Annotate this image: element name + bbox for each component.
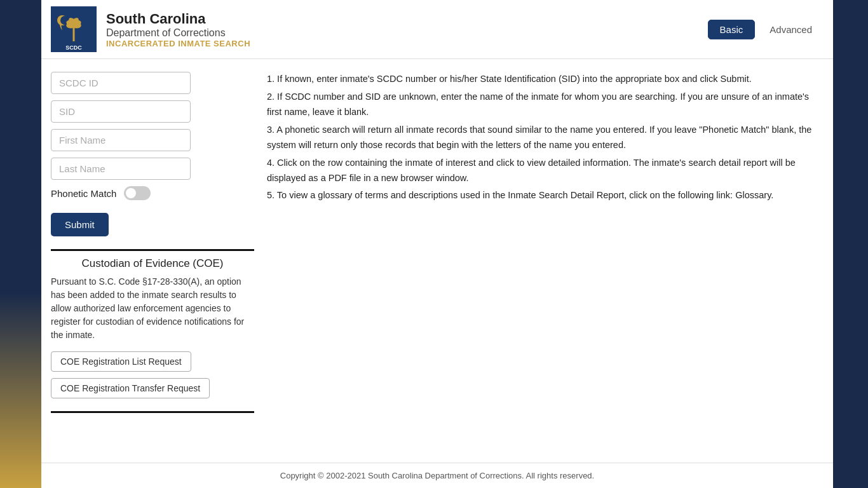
phonetic-row: Phonetic Match <box>51 186 254 200</box>
svg-point-8 <box>68 19 79 24</box>
header-text: South Carolina Department of Corrections… <box>106 11 686 48</box>
svg-text:SCDC: SCDC <box>65 44 82 51</box>
coe-bottom-border <box>51 411 254 413</box>
sid-input[interactable] <box>51 100 191 123</box>
sidebar-right <box>833 0 868 488</box>
instruction-3: 3. A phonetic search will return all inm… <box>267 123 824 153</box>
scdc-id-input[interactable] <box>51 72 191 94</box>
toggle-slider <box>124 186 151 200</box>
coe-list-btn[interactable]: COE Registration List Request <box>51 351 191 372</box>
coe-body: Pursuant to S.C. Code §17-28-330(A), an … <box>51 275 254 342</box>
instruction-5: 5. To view a glossary of terms and descr… <box>267 188 824 203</box>
tab-advanced[interactable]: Advanced <box>758 20 824 39</box>
tagline: Incarcerated Inmate Search <box>106 39 686 48</box>
phonetic-label: Phonetic Match <box>51 188 116 199</box>
logo: SCDC <box>51 6 97 52</box>
tab-basic[interactable]: Basic <box>708 20 756 39</box>
coe-title: Custodian of Evidence (COE) <box>51 251 254 275</box>
last-name-input[interactable] <box>51 158 191 180</box>
org-name: South Carolina <box>106 11 686 27</box>
coe-transfer-btn[interactable]: COE Registration Transfer Request <box>51 378 210 398</box>
tab-container: Basic Advanced <box>708 20 824 39</box>
phonetic-toggle[interactable] <box>124 186 151 200</box>
first-name-input[interactable] <box>51 129 191 151</box>
instruction-4: 4. Click on the row containing the inmat… <box>267 156 824 186</box>
copyright: Copyright © 2002-2021 South Carolina Dep… <box>280 471 594 480</box>
instruction-1: 1. If known, enter inmate's SCDC number … <box>267 72 824 87</box>
content-area: Phonetic Match Submit Custodian of Evide… <box>41 59 833 463</box>
main-content: SCDC South Carolina Department of Correc… <box>41 0 833 488</box>
coe-buttons: COE Registration List Request COE Regist… <box>51 351 254 398</box>
submit-button[interactable]: Submit <box>51 213 109 236</box>
search-panel: Phonetic Match Submit Custodian of Evide… <box>51 72 254 450</box>
sidebar-left <box>0 0 41 488</box>
header: SCDC South Carolina Department of Correc… <box>41 0 833 59</box>
instruction-2: 2. If SCDC number and SID are unknown, e… <box>267 90 824 120</box>
dept-name: Department of Corrections <box>106 27 686 39</box>
instructions-panel: 1. If known, enter inmate's SCDC number … <box>267 72 824 450</box>
footer: Copyright © 2002-2021 South Carolina Dep… <box>41 463 833 488</box>
coe-section: Custodian of Evidence (COE) Pursuant to … <box>51 249 254 413</box>
